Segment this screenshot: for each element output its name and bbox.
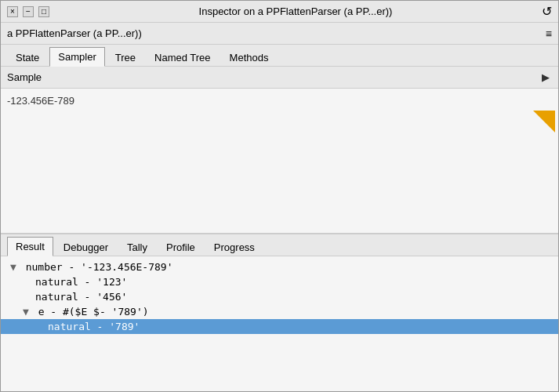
window-title: Inspector on a PPFlattenParser (a PP...e… xyxy=(49,5,542,17)
minimize-button[interactable]: − xyxy=(23,6,34,17)
sample-value: -123.456E-789 xyxy=(7,95,552,107)
tree-row-text: natural - '123' xyxy=(35,276,127,288)
lower-panel: Result Debugger Tally Profile Progress ▼… xyxy=(1,234,558,391)
tree-row-text: number - '-123.456E-789' xyxy=(26,261,173,273)
main-tabs: State Sampler Tree Named Tree Methods xyxy=(1,45,558,67)
tab-debugger[interactable]: Debugger xyxy=(55,238,117,256)
tab-named-tree[interactable]: Named Tree xyxy=(146,48,220,67)
tab-result[interactable]: Result xyxy=(7,237,53,256)
tree-toggle-icon[interactable]: ▼ xyxy=(23,306,35,318)
tree-content: ▼ number - '-123.456E-789' natural - '12… xyxy=(1,256,558,391)
subtitle-bar: a PPFlattenParser (a PP...er)) ≡ xyxy=(1,23,558,45)
corner-marker xyxy=(533,111,555,132)
tree-row-text: natural - '789' xyxy=(48,321,140,332)
close-button[interactable]: × xyxy=(7,6,18,17)
tree-row[interactable]: natural - '123' xyxy=(1,274,558,289)
tab-state[interactable]: State xyxy=(7,48,48,67)
tab-tree[interactable]: Tree xyxy=(107,48,144,67)
subtitle-text: a PPFlattenParser (a PP...er)) xyxy=(7,27,142,39)
document-icon[interactable]: ≡ xyxy=(546,27,552,40)
sample-content: -123.456E-789 xyxy=(1,89,558,233)
tree-row[interactable]: natural - '456' xyxy=(1,289,558,304)
maximize-button[interactable]: □ xyxy=(38,6,49,17)
tab-methods[interactable]: Methods xyxy=(221,48,278,67)
upper-panel: Sample ▶ -123.456E-789 xyxy=(1,67,558,234)
window-controls: × − □ xyxy=(7,6,49,17)
tree-row[interactable]: ▼ e - #($E $- '789') xyxy=(1,304,558,319)
tab-progress[interactable]: Progress xyxy=(205,238,263,256)
tree-toggle-icon[interactable]: ▼ xyxy=(10,261,23,273)
title-bar-right: ↺ xyxy=(542,4,552,19)
tree-row-text: e - #($E $- '789') xyxy=(38,306,149,318)
tree-row[interactable]: natural - '789' xyxy=(1,319,558,334)
sample-label: Sample xyxy=(7,71,42,83)
tab-profile[interactable]: Profile xyxy=(158,238,204,256)
tab-tally[interactable]: Tally xyxy=(118,238,156,256)
title-bar: × − □ Inspector on a PPFlattenParser (a … xyxy=(1,1,558,23)
bottom-tabs: Result Debugger Tally Profile Progress xyxy=(1,234,558,256)
play-button[interactable]: ▶ xyxy=(539,71,552,84)
refresh-icon[interactable]: ↺ xyxy=(542,4,552,19)
tree-row[interactable]: ▼ number - '-123.456E-789' xyxy=(1,260,558,274)
tree-row-text: natural - '456' xyxy=(35,291,127,303)
main-window: × − □ Inspector on a PPFlattenParser (a … xyxy=(0,0,559,392)
tab-sampler[interactable]: Sampler xyxy=(49,47,104,67)
sample-bar: Sample ▶ xyxy=(1,67,558,89)
